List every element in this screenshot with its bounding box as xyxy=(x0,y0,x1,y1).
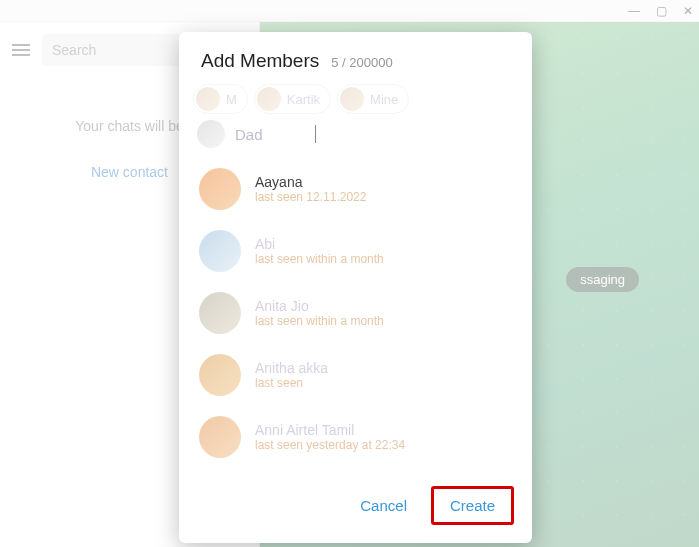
chip-label: Kartik xyxy=(287,92,320,107)
modal-footer: Cancel Create xyxy=(179,472,532,543)
text-caret xyxy=(315,125,316,143)
avatar xyxy=(199,292,241,334)
contact-status: last seen 12.11.2022 xyxy=(255,190,366,204)
avatar xyxy=(196,87,220,111)
avatar xyxy=(199,416,241,458)
contact-row[interactable]: Anitha akka last seen xyxy=(179,344,524,406)
member-chip[interactable]: Mine xyxy=(337,84,409,114)
chip-label: Mine xyxy=(370,92,398,107)
contact-name: Abi xyxy=(255,236,384,252)
avatar xyxy=(199,230,241,272)
member-count: 5 / 200000 xyxy=(331,55,392,70)
contact-info: Anni Airtel Tamil last seen yesterday at… xyxy=(255,422,405,452)
contact-list-wrap: Aayana last seen 12.11.2022 Abi last see… xyxy=(179,158,532,472)
contact-row[interactable]: Aayana last seen 12.11.2022 xyxy=(179,158,524,220)
chip-label: M xyxy=(226,92,237,107)
contact-info: Anitha akka last seen xyxy=(255,360,328,390)
avatar xyxy=(197,120,225,148)
contact-row[interactable]: Abi last seen within a month xyxy=(179,220,524,282)
contact-row[interactable]: Annie xyxy=(179,468,524,472)
avatar xyxy=(340,87,364,111)
add-members-modal: Add Members 5 / 200000 M Kartik Mine Dad… xyxy=(179,32,532,543)
contact-status: last seen within a month xyxy=(255,252,384,266)
selected-chips: M Kartik Mine xyxy=(179,80,532,114)
contact-name: Anita Jio xyxy=(255,298,384,314)
contact-row[interactable]: Anni Airtel Tamil last seen yesterday at… xyxy=(179,406,524,468)
modal-title: Add Members xyxy=(201,50,319,72)
contact-info: Abi last seen within a month xyxy=(255,236,384,266)
contact-status: last seen within a month xyxy=(255,314,384,328)
avatar xyxy=(199,354,241,396)
member-input-row: Dad xyxy=(179,114,532,158)
contact-status: last seen yesterday at 22:34 xyxy=(255,438,405,452)
contact-list[interactable]: Aayana last seen 12.11.2022 Abi last see… xyxy=(179,158,532,472)
contact-name: Anni Airtel Tamil xyxy=(255,422,405,438)
contact-row[interactable]: Anita Jio last seen within a month xyxy=(179,282,524,344)
contact-info: Aayana last seen 12.11.2022 xyxy=(255,174,366,204)
modal-header: Add Members 5 / 200000 xyxy=(179,32,532,80)
contact-name: Aayana xyxy=(255,174,366,190)
member-chip[interactable]: M xyxy=(193,84,248,114)
contact-name: Anitha akka xyxy=(255,360,328,376)
member-chip[interactable]: Kartik xyxy=(254,84,331,114)
avatar xyxy=(199,168,241,210)
member-search-input[interactable]: Dad xyxy=(235,126,305,143)
cancel-button[interactable]: Cancel xyxy=(344,486,423,525)
create-button[interactable]: Create xyxy=(431,486,514,525)
contact-info: Anita Jio last seen within a month xyxy=(255,298,384,328)
contact-status: last seen xyxy=(255,376,328,390)
avatar xyxy=(257,87,281,111)
